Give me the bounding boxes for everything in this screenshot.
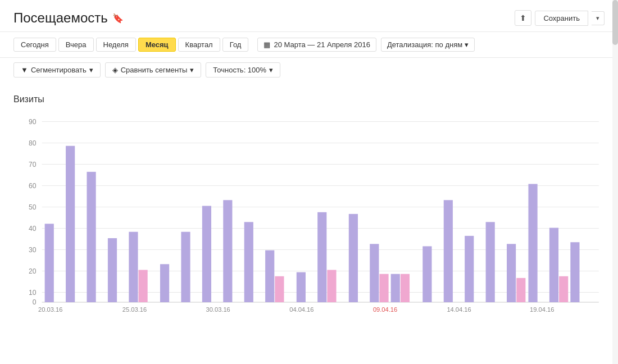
svg-text:70: 70 bbox=[29, 161, 37, 169]
svg-rect-27 bbox=[181, 232, 190, 302]
bookmark-icon[interactable]: 🔖 bbox=[112, 13, 124, 24]
svg-rect-22 bbox=[87, 172, 96, 302]
svg-text:14.04.16: 14.04.16 bbox=[447, 306, 471, 313]
svg-rect-24 bbox=[129, 232, 138, 302]
visits-chart: 90 80 70 60 50 40 30 20 10 0 bbox=[13, 110, 605, 324]
svg-rect-36 bbox=[349, 214, 358, 302]
svg-text:80: 80 bbox=[29, 139, 37, 147]
scrollbar-track[interactable] bbox=[612, 0, 618, 364]
accuracy-label: Точность: 100% bbox=[213, 66, 266, 74]
svg-rect-47 bbox=[528, 184, 537, 302]
svg-rect-38 bbox=[379, 274, 388, 302]
segment-label: Сегментировать bbox=[31, 66, 87, 74]
svg-rect-28 bbox=[202, 206, 211, 302]
svg-rect-30 bbox=[244, 222, 253, 302]
svg-rect-49 bbox=[559, 276, 568, 302]
svg-rect-29 bbox=[223, 200, 232, 302]
date-range-label: 20 Марта — 21 Апреля 2016 bbox=[274, 40, 370, 49]
svg-rect-32 bbox=[275, 276, 284, 302]
svg-text:19.04.16: 19.04.16 bbox=[530, 306, 554, 313]
compare-label: Сравнить сегменты bbox=[121, 66, 188, 74]
page-title-area: Посещаемость 🔖 bbox=[13, 10, 124, 26]
segment-icon: ▼ bbox=[21, 66, 28, 74]
chart-title: Визиты bbox=[13, 94, 605, 104]
svg-rect-34 bbox=[317, 212, 326, 302]
svg-rect-46 bbox=[516, 278, 525, 302]
svg-rect-42 bbox=[444, 200, 453, 302]
svg-text:09.04.16: 09.04.16 bbox=[373, 306, 397, 313]
svg-rect-25 bbox=[139, 270, 148, 302]
compare-button[interactable]: ◈ Сравнить сегменты ▾ bbox=[105, 62, 202, 78]
svg-text:30: 30 bbox=[29, 246, 37, 254]
period-today[interactable]: Сегодня bbox=[13, 38, 56, 52]
segment-button[interactable]: ▼ Сегментировать ▾ bbox=[13, 62, 101, 78]
period-week[interactable]: Неделя bbox=[96, 38, 136, 52]
svg-text:25.03.16: 25.03.16 bbox=[122, 306, 147, 313]
svg-rect-35 bbox=[327, 270, 336, 302]
export-button[interactable]: ⬆ bbox=[515, 10, 531, 26]
accuracy-arrow-icon: ▾ bbox=[269, 66, 273, 74]
detail-button[interactable]: Детализация: по дням ▾ bbox=[381, 38, 475, 52]
svg-rect-31 bbox=[265, 251, 274, 302]
save-arrow-button[interactable]: ▾ bbox=[592, 11, 605, 25]
page-title: Посещаемость bbox=[13, 10, 108, 26]
scrollbar-thumb[interactable] bbox=[612, 0, 618, 45]
svg-text:20.03.16: 20.03.16 bbox=[38, 306, 62, 313]
top-actions: ⬆ Сохранить ▾ bbox=[515, 10, 605, 26]
svg-text:04.04.16: 04.04.16 bbox=[289, 306, 313, 313]
segment-row: ▼ Сегментировать ▾ ◈ Сравнить сегменты ▾… bbox=[0, 58, 618, 84]
svg-rect-44 bbox=[486, 222, 495, 302]
accuracy-button[interactable]: Точность: 100% ▾ bbox=[206, 62, 280, 78]
svg-rect-41 bbox=[422, 246, 431, 302]
compare-arrow-icon: ▾ bbox=[190, 66, 194, 74]
chart-container: 90 80 70 60 50 40 30 20 10 0 bbox=[13, 110, 605, 324]
svg-rect-43 bbox=[465, 236, 474, 302]
svg-text:30.03.16: 30.03.16 bbox=[206, 306, 230, 313]
date-range-button[interactable]: ▦ 20 Марта — 21 Апреля 2016 bbox=[257, 38, 376, 52]
top-bar: Посещаемость 🔖 ⬆ Сохранить ▾ bbox=[0, 0, 618, 32]
svg-rect-39 bbox=[391, 274, 400, 302]
period-month[interactable]: Месяц bbox=[138, 38, 176, 52]
period-year[interactable]: Год bbox=[222, 38, 249, 52]
svg-text:50: 50 bbox=[29, 203, 37, 211]
segment-arrow-icon: ▾ bbox=[89, 66, 93, 74]
save-button[interactable]: Сохранить bbox=[535, 11, 588, 26]
svg-rect-26 bbox=[160, 264, 169, 302]
svg-rect-40 bbox=[401, 274, 410, 302]
svg-rect-23 bbox=[108, 238, 117, 302]
detail-arrow-icon: ▾ bbox=[465, 40, 469, 49]
svg-text:90: 90 bbox=[29, 118, 37, 126]
calendar-icon: ▦ bbox=[263, 40, 270, 49]
compare-icon: ◈ bbox=[112, 66, 118, 74]
svg-rect-50 bbox=[570, 242, 579, 302]
period-yesterday[interactable]: Вчера bbox=[58, 38, 94, 52]
period-filters: Сегодня Вчера Неделя Месяц Квартал Год ▦… bbox=[0, 32, 618, 58]
svg-text:20: 20 bbox=[29, 267, 37, 275]
svg-rect-20 bbox=[45, 224, 54, 302]
chart-section: Визиты 90 80 70 60 50 40 bbox=[0, 84, 618, 335]
svg-rect-21 bbox=[66, 146, 75, 302]
svg-rect-33 bbox=[297, 272, 306, 302]
svg-text:0: 0 bbox=[33, 298, 37, 306]
page-wrapper: Посещаемость 🔖 ⬆ Сохранить ▾ Сегодня Вче… bbox=[0, 0, 618, 335]
detail-label: Детализация: по дням bbox=[387, 40, 462, 49]
svg-text:60: 60 bbox=[29, 182, 37, 190]
svg-rect-37 bbox=[370, 244, 379, 302]
svg-text:10: 10 bbox=[29, 289, 37, 297]
svg-rect-45 bbox=[507, 244, 516, 302]
period-quarter[interactable]: Квартал bbox=[178, 38, 220, 52]
svg-rect-48 bbox=[549, 228, 558, 302]
svg-text:40: 40 bbox=[29, 225, 37, 233]
